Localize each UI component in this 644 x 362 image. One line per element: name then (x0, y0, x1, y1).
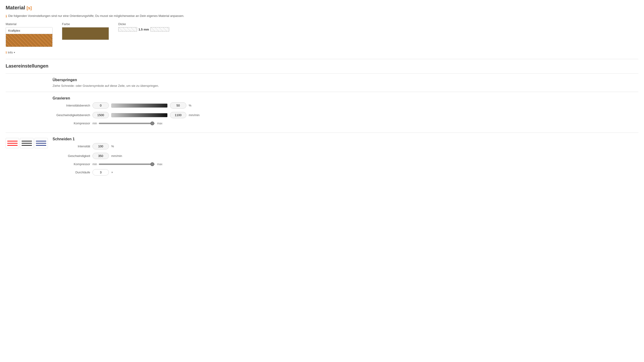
laser-row-schneiden1: Schneiden 1 Intensität % Geschwindigkeit… (6, 133, 638, 183)
gradient-track-intensitaet[interactable] (111, 103, 168, 108)
material-label: Material (6, 22, 52, 26)
strip-lines-blue (36, 141, 46, 146)
farbe-field-group: Farbe (62, 22, 109, 40)
material-preview-image (6, 34, 52, 47)
param-input-speed-min[interactable] (92, 112, 109, 118)
row-icons-schneiden1[interactable] (6, 137, 48, 148)
param-input-intensitaet-max[interactable] (170, 102, 186, 109)
row-icons-gravieren (6, 96, 48, 97)
strip-line-red3 (7, 145, 18, 146)
row-title-gravieren: Gravieren (52, 96, 638, 100)
info-toggle-label: Info (8, 51, 13, 54)
param-input-speed-max[interactable] (170, 112, 186, 118)
param-input-intensitaet-min[interactable] (92, 102, 109, 109)
strip-icon-red[interactable] (6, 138, 19, 148)
kompressor-fill-gravieren (99, 123, 153, 124)
strip-line-red2 (7, 143, 18, 144)
kompressor-slider-gravieren[interactable]: min max (92, 122, 162, 125)
strip-line-red1 (7, 141, 18, 141)
kompressor-min-label-schneiden1: min (92, 163, 97, 166)
param-row-intensitaet: Intensitätsbereich % (52, 102, 638, 109)
param-row-kompressor-schneiden1: Kompressor min max (52, 162, 638, 166)
color-swatch[interactable] (62, 27, 109, 40)
section-divider (6, 59, 638, 59)
kompressor-min-label-gravieren: min (92, 122, 97, 125)
kompressor-track-gravieren[interactable] (99, 123, 155, 124)
page-title: Material [s] (6, 5, 638, 11)
title-text: Material (6, 5, 25, 11)
info-toggle-icon: ℹ (6, 51, 7, 54)
laser-row-ueberspringen: Überspringen Ziehe Schneide- oder Gravie… (6, 73, 638, 92)
kompressor-thumb-schneiden1[interactable] (150, 162, 154, 166)
thickness-hatching-right (150, 27, 169, 31)
strip-icon-blue[interactable] (34, 138, 48, 148)
param-unit-intensitaet: % (189, 104, 192, 107)
chevron-down-icon: ▾ (14, 51, 15, 54)
strip-icon-black[interactable] (20, 138, 33, 148)
kompressor-max-label-schneiden1: max (157, 163, 162, 166)
param-unit-geschwindigkeit-schneiden1: mm/min (111, 154, 122, 158)
param-row-durchlaeufe: Durchläufe × (52, 169, 638, 175)
row-content-gravieren: Gravieren Intensitätsbereich % Geschwind… (52, 96, 638, 128)
strip-lines-black (22, 141, 32, 146)
param-input-intensitaet-schneiden1[interactable] (92, 143, 109, 149)
param-unit-speed-gravieren: mm/min (189, 113, 200, 117)
param-input-geschwindigkeit-schneiden1[interactable] (92, 153, 109, 159)
strip-line-black3 (22, 145, 32, 146)
kompressor-track-schneiden1[interactable] (99, 164, 155, 165)
param-unit-durchlaeufe: × (111, 171, 113, 174)
material-field-group: Material Kraftplex (6, 22, 52, 47)
param-label-kompressor-gravieren: Kompressor (52, 121, 90, 125)
param-row-kompressor-gravieren: Kompressor min max (52, 121, 638, 125)
info-toggle[interactable]: ℹ Info ▾ (6, 51, 638, 54)
strip-line-black1 (22, 141, 32, 141)
kompressor-slider-schneiden1[interactable]: min max (92, 163, 162, 166)
laser-section-title: Lasereinstellungen (6, 63, 638, 69)
info-banner: ℹ Die folgenden Voreinstellungen sind nu… (6, 14, 638, 18)
param-label-intensitaet-schneiden1: Intensität (52, 144, 90, 148)
kompressor-fill-schneiden1 (99, 164, 153, 165)
thickness-hatching-left (118, 27, 137, 31)
param-unit-intensitaet-schneiden1: % (111, 144, 114, 148)
strip-line-blue1 (36, 141, 46, 141)
row-title-schneiden1: Schneiden 1 (52, 137, 638, 141)
strip-lines-red (7, 141, 18, 146)
info-banner-text: Die folgenden Voreinstellungen sind nur … (8, 14, 184, 17)
thickness-value: 1.5 mm (137, 28, 150, 31)
param-label-geschwindigkeit-gravieren: Geschwindigkeitsbereich (52, 113, 90, 117)
param-row-geschwindigkeit-gravieren: Geschwindigkeitsbereich mm/min (52, 112, 638, 118)
dicke-field-group: Dicke 1.5 mm (118, 22, 169, 31)
row-content-schneiden1: Schneiden 1 Intensität % Geschwindigkeit… (52, 137, 638, 179)
thickness-track[interactable]: 1.5 mm (118, 27, 169, 31)
kompressor-max-label-gravieren: max (157, 122, 162, 125)
material-fields: Material Kraftplex Farbe Dicke 1.5 mm (6, 22, 638, 47)
farbe-label: Farbe (62, 22, 109, 26)
row-content-ueberspringen: Überspringen Ziehe Schneide- oder Gravie… (52, 78, 638, 87)
dicke-label: Dicke (118, 22, 169, 26)
strip-line-black2 (22, 143, 32, 144)
row-desc-ueberspringen: Ziehe Schneide- oder Graviersymbole auf … (52, 84, 638, 87)
strip-line-blue3 (36, 145, 46, 146)
laser-row-gravieren: Gravieren Intensitätsbereich % Geschwind… (6, 92, 638, 133)
param-row-intensitaet-schneiden1: Intensität % (52, 143, 638, 149)
param-label-geschwindigkeit-schneiden1: Geschwindigkeit (52, 154, 90, 158)
param-label-intensitaet: Intensitätsbereich (52, 104, 90, 107)
material-selector[interactable]: Kraftplex (6, 27, 52, 47)
strip-line-blue2 (36, 143, 46, 144)
title-badge: [s] (26, 6, 32, 10)
material-name: Kraftplex (6, 27, 52, 34)
param-row-geschwindigkeit-schneiden1: Geschwindigkeit mm/min (52, 153, 638, 159)
param-input-durchlaeufe[interactable] (92, 169, 109, 175)
kompressor-thumb-gravieren[interactable] (150, 121, 154, 125)
row-title-ueberspringen: Überspringen (52, 78, 638, 82)
param-label-kompressor-schneiden1: Kompressor (52, 162, 90, 166)
info-icon: ℹ (6, 14, 7, 18)
param-label-durchlaeufe: Durchläufe (52, 171, 90, 174)
gradient-track-speed[interactable] (111, 113, 168, 117)
row-icons-ueberspringen (6, 78, 48, 79)
